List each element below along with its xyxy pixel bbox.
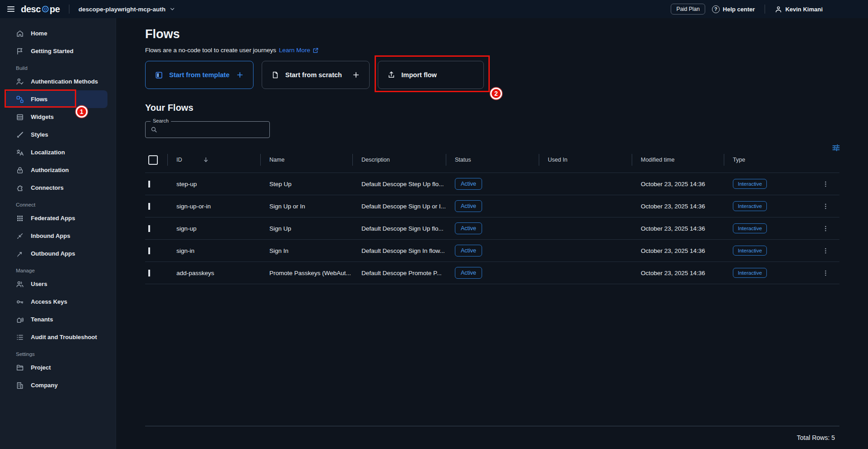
lock-icon <box>16 166 24 174</box>
row-name: Sign In <box>260 247 352 254</box>
row-modified-time: October 23, 2025 14:36 <box>632 181 724 187</box>
user-name: Kevin Kimani <box>785 6 823 13</box>
row-modified-time: October 23, 2025 14:36 <box>632 247 724 254</box>
header-description[interactable]: Description <box>352 153 446 166</box>
arrow-inbound-icon <box>16 232 24 240</box>
row-description: Default Descope Sign Up flo... <box>352 225 446 232</box>
sidebar-item-label: Flows <box>31 96 48 103</box>
table-bottom-border <box>145 284 839 284</box>
header-status[interactable]: Status <box>446 153 539 166</box>
sidebar-item-label: Connectors <box>31 184 63 191</box>
audit-list-icon <box>16 333 24 341</box>
building-icon <box>16 381 24 390</box>
sidebar-item-label: Inbound Apps <box>31 232 70 239</box>
sidebar-item-access-keys[interactable]: Access Keys <box>0 293 116 311</box>
user-menu[interactable]: Kevin Kimani <box>775 5 823 13</box>
row-type-cell: Interactive <box>724 246 839 256</box>
table-footer: Total Rows: 5 <box>145 426 839 449</box>
sidebar-item-connectors[interactable]: Connectors <box>0 179 116 197</box>
sidebar-item-getting-started[interactable]: Getting Started <box>0 42 116 60</box>
sidebar-item-styles[interactable]: Styles <box>0 126 116 143</box>
row-type-cell: Interactive <box>724 201 839 211</box>
widgets-icon <box>16 113 24 121</box>
row-checkbox-cell <box>145 270 167 276</box>
descope-logo[interactable]: desc pe <box>21 4 60 15</box>
sidebar-item-authentication-methods[interactable]: Authentication Methods <box>0 73 116 90</box>
row-type-cell: Interactive <box>724 179 839 189</box>
help-center-button[interactable]: Help center <box>712 5 755 13</box>
sidebar-item-flows[interactable]: Flows <box>6 90 107 108</box>
top-bar: desc pe descope-playwright-mcp-auth Paid… <box>0 0 868 18</box>
table-row[interactable]: add-passkeys Promote Passkeys (WebAut...… <box>145 262 839 284</box>
filter-tune-icon[interactable] <box>831 143 841 153</box>
key-icon <box>16 298 24 306</box>
search-input[interactable] <box>145 121 270 138</box>
start-from-scratch-button[interactable]: Start from scratch <box>262 61 370 89</box>
sidebar-item-label: Getting Started <box>31 48 73 54</box>
sidebar-item-widgets[interactable]: Widgets <box>0 108 116 126</box>
row-menu-kebab-icon[interactable] <box>822 202 829 210</box>
row-checkbox[interactable] <box>148 181 150 187</box>
sidebar-item-tenants[interactable]: Tenants <box>0 311 116 328</box>
project-name: descope-playwright-mcp-auth <box>78 6 166 13</box>
search-field: Search <box>145 121 270 138</box>
sidebar-item-company[interactable]: Company <box>0 376 116 394</box>
import-button-label: Import flow <box>401 71 437 79</box>
main-content: Flows Flows are a no-code tool to create… <box>116 18 868 449</box>
header-type[interactable]: Type <box>724 153 839 166</box>
sidebar-item-project[interactable]: Project <box>0 359 116 376</box>
row-modified-time: October 23, 2025 14:36 <box>632 270 724 276</box>
grid-icon <box>16 214 24 222</box>
row-status-cell: Active <box>446 222 539 234</box>
table-row[interactable]: sign-in Sign In Default Descope Sign In … <box>145 239 839 262</box>
sort-descending-icon[interactable] <box>202 156 210 163</box>
user-check-icon <box>16 78 24 86</box>
sidebar-item-label: Company <box>31 382 58 389</box>
topbar-divider <box>69 5 69 14</box>
hamburger-menu-icon[interactable] <box>7 6 15 12</box>
table-row[interactable]: sign-up-or-in Sign Up or In Default Desc… <box>145 195 839 217</box>
project-selector[interactable]: descope-playwright-mcp-auth <box>78 6 176 13</box>
sidebar-item-users[interactable]: Users <box>0 275 116 293</box>
row-checkbox[interactable] <box>148 247 150 254</box>
sidebar-item-home[interactable]: Home <box>0 25 116 42</box>
total-rows-label: Total Rows: 5 <box>797 434 835 441</box>
row-checkbox[interactable] <box>148 225 150 232</box>
sidebar-item-label: Styles <box>31 131 48 138</box>
sidebar-section-build: Build <box>16 64 116 73</box>
sidebar-item-label: Access Keys <box>31 298 67 305</box>
table-row[interactable]: sign-up Sign Up Default Descope Sign Up … <box>145 217 839 239</box>
row-checkbox[interactable] <box>148 203 150 210</box>
select-all-checkbox[interactable] <box>148 155 158 165</box>
import-flow-button[interactable]: Import flow <box>378 61 484 89</box>
row-description: Default Descope Sign Up or I... <box>352 203 446 210</box>
learn-more-label: Learn More <box>279 47 310 54</box>
status-badge: Active <box>455 200 482 212</box>
paid-plan-badge[interactable]: Paid Plan <box>671 4 705 15</box>
header-modified-time[interactable]: Modified time <box>632 153 724 166</box>
row-menu-kebab-icon[interactable] <box>822 269 829 277</box>
sidebar-item-audit[interactable]: Audit and Troubleshoot <box>0 328 116 346</box>
sidebar-item-authorization[interactable]: Authorization <box>0 161 116 179</box>
table-row[interactable]: step-up Step Up Default Descope Step Up … <box>145 173 839 195</box>
header-name[interactable]: Name <box>260 153 352 166</box>
header-used-in[interactable]: Used In <box>539 153 632 166</box>
start-from-template-button[interactable]: Start from template <box>145 61 254 89</box>
sidebar-item-label: Project <box>31 364 51 371</box>
learn-more-link[interactable]: Learn More <box>279 47 319 54</box>
row-menu-kebab-icon[interactable] <box>822 247 829 255</box>
scratch-button-label: Start from scratch <box>285 71 342 79</box>
row-checkbox-cell <box>145 203 167 210</box>
row-name: Sign Up <box>260 225 352 232</box>
row-checkbox[interactable] <box>148 270 150 276</box>
plus-icon <box>236 71 244 79</box>
header-id[interactable]: ID <box>167 153 260 166</box>
row-menu-kebab-icon[interactable] <box>822 180 829 188</box>
sidebar-item-federated-apps[interactable]: Federated Apps <box>0 209 116 227</box>
row-menu-kebab-icon[interactable] <box>822 225 829 232</box>
sidebar-item-localization[interactable]: Localization <box>0 143 116 161</box>
sidebar-item-label: Users <box>31 281 47 287</box>
sidebar-item-inbound-apps[interactable]: Inbound Apps <box>0 227 116 245</box>
topbar-left: desc pe descope-playwright-mcp-auth <box>7 4 176 15</box>
sidebar-item-outbound-apps[interactable]: Outbound Apps <box>0 245 116 262</box>
